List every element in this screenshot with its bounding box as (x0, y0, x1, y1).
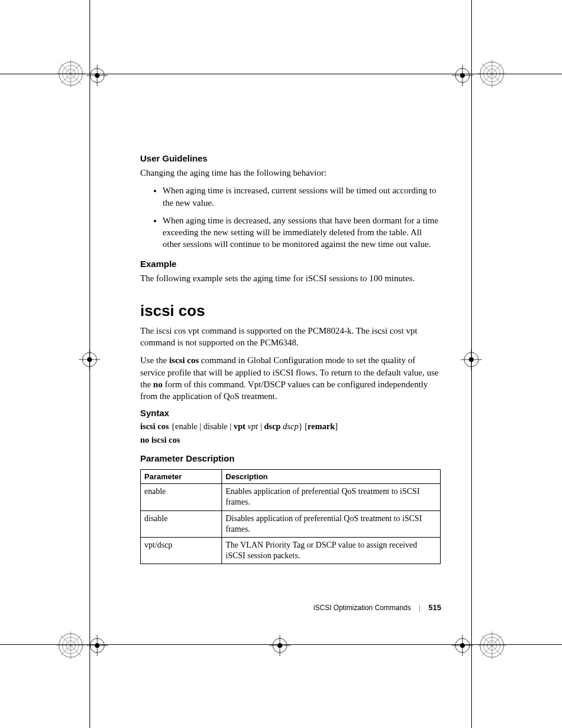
syntax-line-1: iscsi cos {enable | disable | vpt vpt | … (140, 421, 441, 431)
text-cmd-para2: Use the iscsi cos command in Global Conf… (140, 354, 441, 402)
svg-point-14 (460, 73, 465, 78)
footer-separator: | (419, 604, 421, 612)
print-crosshair-icon (85, 634, 109, 657)
svg-point-44 (277, 643, 282, 648)
heading-user-guidelines: User Guidelines (140, 153, 441, 163)
table-header: Description (222, 470, 441, 484)
table-row: vpt/dscp The VLAN Priority Tag or DSCP v… (141, 538, 441, 564)
print-crosshair-icon (451, 64, 474, 87)
table-cell: Disables application of preferential QoS… (222, 510, 441, 537)
print-rosette-icon (474, 628, 510, 663)
footer-page-number: 515 (428, 603, 441, 612)
table-header: Parameter (141, 470, 222, 484)
parameter-table: Parameter Description enable Enables app… (140, 469, 441, 564)
table-header-row: Parameter Description (141, 470, 441, 484)
list-item: When aging time is decreased, any sessio… (163, 215, 441, 251)
svg-point-40 (95, 643, 100, 648)
page-footer: iSCSI Optimization Commands | 515 (313, 603, 441, 612)
svg-point-48 (460, 643, 465, 648)
table-cell: enable (141, 484, 222, 510)
text-ug-intro: Changing the aging time has the followin… (140, 167, 441, 179)
footer-section: iSCSI Optimization Commands (313, 604, 411, 612)
print-crosshair-icon (451, 634, 474, 657)
svg-point-25 (87, 357, 92, 362)
print-crosshair-icon (268, 634, 292, 657)
list-item: When aging time is increased, current se… (163, 185, 441, 209)
table-row: disable Disables application of preferen… (141, 510, 441, 537)
print-rosette-icon (474, 56, 510, 91)
table-cell: disable (141, 510, 222, 537)
print-rosette-icon (53, 56, 88, 91)
heading-example: Example (140, 259, 441, 269)
svg-point-29 (469, 357, 474, 362)
text-cmd-para1: The iscsi cos vpt command is supported o… (140, 325, 441, 349)
heading-param-desc: Parameter Description (140, 453, 441, 463)
command-title: iscsi cos (140, 302, 441, 320)
heading-syntax: Syntax (140, 408, 441, 418)
table-cell: The VLAN Priority Tag or DSCP value to a… (222, 538, 441, 564)
print-crosshair-icon (459, 348, 483, 371)
print-crosshair-icon (85, 64, 109, 87)
table-cell: vpt/dscp (141, 538, 222, 564)
text-example: The following example sets the aging tim… (140, 272, 441, 284)
table-row: enable Enables application of preferenti… (141, 484, 441, 510)
syntax-line-2: no iscsi cos (140, 435, 441, 445)
print-crosshair-icon (78, 348, 101, 371)
list-ug-bullets: When aging time is increased, current se… (140, 185, 441, 250)
svg-point-10 (95, 73, 100, 78)
table-cell: Enables application of preferential QoS … (222, 484, 441, 510)
print-rosette-icon (53, 628, 88, 663)
